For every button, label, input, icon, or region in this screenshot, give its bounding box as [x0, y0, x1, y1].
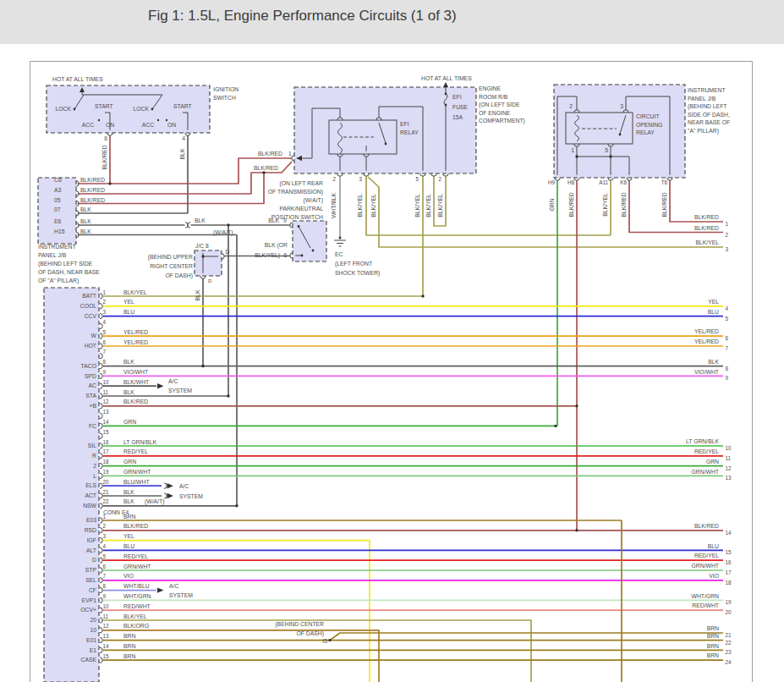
- label: SEL: [85, 577, 96, 583]
- label: ELS: [85, 482, 96, 488]
- label: IGNITION: [213, 86, 238, 92]
- label: SPD: [85, 373, 96, 379]
- label: HOT AT ALL TIMES: [421, 75, 472, 81]
- junction-dot: [166, 119, 167, 121]
- label: (W/A/T): [304, 197, 323, 204]
- label: COMPARTMENT): [479, 118, 525, 124]
- junction-dot: [227, 394, 229, 397]
- label: K6: [620, 179, 627, 185]
- label: 5: [103, 553, 107, 559]
- label: GRN: [706, 459, 719, 465]
- junction-dot: [328, 639, 331, 641]
- label: 4: [182, 135, 185, 141]
- label: BRN: [707, 643, 719, 649]
- label: I5: [322, 638, 327, 644]
- label: ACC: [142, 122, 154, 128]
- label: GRN/WHT: [123, 564, 151, 569]
- label: 10: [90, 627, 96, 633]
- label: 13: [103, 633, 110, 639]
- label: YEL/RED: [694, 338, 719, 344]
- label: 6: [103, 339, 107, 345]
- label: W: [91, 333, 97, 338]
- label: BLK: [123, 389, 134, 395]
- label: L: [93, 473, 96, 479]
- label: 18: [103, 459, 110, 465]
- label: SYSTEM: [168, 388, 192, 393]
- label: RED/WHT: [123, 603, 151, 609]
- label: 1: [288, 151, 292, 157]
- label: VIO/WHT: [694, 369, 719, 375]
- label: 14: [726, 530, 732, 536]
- label: (ON LEFT SIDE: [479, 102, 520, 108]
- label: 6: [104, 135, 107, 141]
- label: BLK (OR: [265, 242, 288, 249]
- label: GRN/WHT: [692, 469, 719, 475]
- label: OF DASH, NEAR BASE: [38, 269, 100, 275]
- junction-dot: [445, 93, 447, 96]
- label: BLU: [708, 543, 719, 549]
- junction-dot: [619, 134, 622, 136]
- label: BLK/ORG: [123, 623, 149, 629]
- label: 7: [726, 345, 729, 351]
- label: 1: [103, 514, 107, 520]
- label: CF: [89, 587, 96, 593]
- label: 4: [103, 319, 107, 325]
- label: YEL/RED: [123, 329, 148, 335]
- label: (BEHIND UPPER: [148, 254, 193, 261]
- label: H15: [54, 228, 65, 234]
- label: CCV: [85, 313, 97, 319]
- label: 15A: [452, 114, 463, 120]
- label: PANEL J/B: [38, 252, 67, 258]
- label: BLK: [123, 359, 134, 365]
- label: BRN: [707, 652, 719, 658]
- label: BLK/RED: [661, 192, 667, 217]
- label: LT GRN/BLK: [686, 438, 719, 444]
- label: BLK/YEL: [602, 193, 608, 217]
- label: 1: [103, 289, 107, 295]
- label: 2: [103, 523, 107, 529]
- label: J/C 8: [195, 243, 209, 249]
- label: E03: [86, 517, 96, 523]
- label: 8: [103, 359, 107, 365]
- label: PANEL J/B: [688, 96, 716, 102]
- label: ROOM R/B: [479, 94, 508, 100]
- label: R: [92, 453, 96, 459]
- label: 15: [103, 429, 110, 435]
- label: ENGINE: [479, 85, 502, 91]
- label: H9: [548, 179, 556, 185]
- label: BLK/RED: [80, 197, 105, 203]
- label: VIO: [123, 573, 134, 579]
- label: BATT: [82, 293, 96, 299]
- label: 8: [103, 583, 107, 589]
- label: LT GRN/BLK: [123, 439, 156, 445]
- label: NSW: [83, 503, 96, 509]
- label: 19: [103, 469, 110, 475]
- label: BLK: [80, 206, 91, 212]
- label: 19: [726, 599, 732, 605]
- junction-dot: [385, 143, 387, 146]
- junction-dot: [421, 294, 424, 297]
- label: BLK/YEL): [255, 252, 280, 259]
- label: EFI: [400, 121, 409, 127]
- label: 3: [103, 533, 107, 539]
- label: 11: [103, 613, 109, 619]
- label: D: [208, 278, 212, 283]
- label: STP: [85, 567, 97, 573]
- label: 9: [283, 217, 287, 223]
- label: 7: [103, 573, 107, 579]
- label: BRN: [123, 653, 135, 659]
- label: BLK/RED: [254, 165, 278, 171]
- label: 07: [54, 206, 61, 212]
- label: 12: [103, 399, 110, 404]
- label: A/C: [168, 378, 178, 384]
- component-box: [554, 85, 685, 178]
- label: WHT/BLK: [331, 192, 337, 218]
- label: CIRCUIT: [636, 113, 660, 119]
- label: BLU/WHT: [123, 479, 150, 485]
- label: BLK/RED: [80, 187, 105, 193]
- label: 6: [284, 252, 288, 258]
- label: BRN: [123, 514, 135, 520]
- label: BLK: [80, 218, 91, 224]
- label: ON: [167, 122, 176, 128]
- label: (LEFT FRONT: [335, 261, 372, 267]
